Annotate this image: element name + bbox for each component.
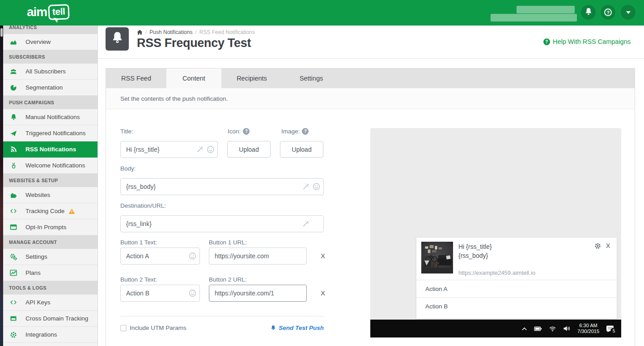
tab-settings[interactable]: Settings bbox=[282, 68, 340, 88]
sidebar-item-settings[interactable]: Settings bbox=[3, 249, 98, 265]
image-label-text: Image: bbox=[281, 128, 300, 135]
notification-preview-card: Hi {rss_title} {rss_body} https://exampl… bbox=[416, 238, 617, 319]
emoji-icon[interactable] bbox=[313, 183, 320, 191]
wand-icon[interactable] bbox=[302, 221, 309, 227]
sidebar-item-segmentation[interactable]: Segmentation bbox=[3, 80, 98, 96]
tab-bar: RSS Feed Content Recipients Settings bbox=[106, 68, 635, 88]
emoji-icon[interactable] bbox=[207, 146, 214, 154]
campaign-editor-card: RSS Feed Content Recipients Settings Set… bbox=[106, 68, 635, 346]
warning-icon bbox=[68, 208, 75, 214]
help-button[interactable]: ? bbox=[601, 5, 615, 20]
notification-settings-gear-icon[interactable] bbox=[594, 243, 601, 249]
button2-url-input[interactable] bbox=[209, 285, 307, 302]
notification-action-2[interactable]: Action B bbox=[416, 297, 617, 315]
icon-label: Icon: ? bbox=[228, 128, 250, 135]
sidebar-scrollbar[interactable] bbox=[0, 28, 3, 37]
sidebar-section-analytics: ANALYTICS bbox=[3, 26, 98, 34]
button2-text-input[interactable] bbox=[120, 285, 200, 302]
account-menu-button[interactable] bbox=[621, 5, 636, 20]
pie-chart-icon bbox=[9, 84, 18, 91]
aimtell-logo[interactable]: aim tell bbox=[27, 4, 70, 20]
send-test-push-link[interactable]: Send Test Push bbox=[271, 325, 324, 331]
icon-help-icon[interactable]: ? bbox=[243, 128, 250, 135]
sidebar-item-opt-in-prompts[interactable]: Opt-In Prompts bbox=[3, 219, 98, 235]
bell-icon bbox=[111, 31, 123, 47]
volume-icon[interactable] bbox=[563, 325, 571, 332]
sidebar-item-tracking-code[interactable]: Tracking Code bbox=[3, 203, 98, 219]
sidebar-section-tools-logs: TOOLS & LOGS bbox=[3, 281, 98, 295]
sidebar-item-all-subscribers[interactable]: All Subscribers bbox=[3, 64, 98, 80]
icon-upload-button[interactable]: Upload bbox=[227, 141, 271, 158]
form-footer-row: Include UTM Params Send Test Push bbox=[120, 325, 324, 331]
breadcrumb-rss-feed-notifications: RSS Feed Notifications bbox=[199, 29, 255, 35]
image-upload-button[interactable]: Upload bbox=[280, 141, 323, 158]
tab-rss-feed[interactable]: RSS Feed bbox=[106, 68, 166, 88]
utm-checkbox[interactable] bbox=[120, 325, 127, 331]
body-input[interactable] bbox=[120, 178, 324, 195]
bell-icon bbox=[9, 114, 18, 121]
sidebar-item-triggered-notifications[interactable]: Triggered Notifications bbox=[3, 125, 98, 141]
sidebar-item-plans[interactable]: Plans bbox=[3, 265, 98, 281]
tab-recipients[interactable]: Recipients bbox=[221, 68, 282, 88]
sidebar-item-integrations[interactable]: Integrations bbox=[3, 327, 98, 343]
sidebar-item-label: Welcome Notifications bbox=[25, 162, 85, 169]
emoji-icon[interactable] bbox=[189, 252, 196, 260]
wand-icon[interactable] bbox=[302, 184, 309, 190]
emoji-icon[interactable] bbox=[189, 290, 196, 297]
sidebar-item-label: API Keys bbox=[25, 299, 51, 306]
bell-icon bbox=[585, 8, 592, 17]
browser-window-icon bbox=[9, 224, 18, 231]
form-divider bbox=[120, 316, 324, 316]
paper-plane-icon bbox=[9, 130, 18, 137]
redacted-account-text-1 bbox=[517, 6, 575, 13]
tray-expand-chevron-icon[interactable] bbox=[521, 326, 527, 331]
notification-close-button[interactable]: X bbox=[606, 242, 610, 249]
sidebar-item-api-keys[interactable]: API Keys bbox=[3, 295, 98, 311]
wand-icon[interactable] bbox=[196, 146, 203, 153]
sidebar-item-welcome-notifications[interactable]: Welcome Notifications bbox=[3, 158, 98, 174]
sidebar-item-overview[interactable]: Overview bbox=[3, 34, 98, 50]
sidebar-item-label: Manual Notifications bbox=[25, 114, 80, 120]
line-chart-icon bbox=[9, 269, 18, 276]
title-field-wrap bbox=[120, 141, 218, 158]
sidebar-item-label: Settings bbox=[25, 253, 47, 260]
page-header: / Push Notifications / RSS Feed Notifica… bbox=[98, 26, 644, 59]
sidebar-item-websites[interactable]: Websites bbox=[3, 187, 98, 203]
tab-content[interactable]: Content bbox=[166, 68, 221, 88]
sidebar-item-rss-notifications[interactable]: RSS Notifications bbox=[3, 141, 98, 158]
taskbar-clock[interactable]: 6:30 AM 7/30/2015 bbox=[577, 323, 599, 334]
campaign-type-badge bbox=[106, 27, 129, 51]
sidebar-item-cross-domain-tracking[interactable]: Cross Domain Tracking bbox=[3, 311, 98, 327]
action-center-icon[interactable]: 5 bbox=[606, 325, 614, 333]
help-icon: ? bbox=[604, 9, 612, 16]
button1-text-input[interactable] bbox=[120, 248, 200, 265]
puzzle-icon bbox=[9, 192, 18, 199]
remove-button1[interactable]: X bbox=[321, 252, 325, 260]
notification-count-badge: 5 bbox=[610, 328, 617, 334]
browser-window-icon bbox=[9, 315, 18, 322]
notification-image bbox=[421, 242, 453, 273]
image-help-icon[interactable]: ? bbox=[302, 128, 309, 135]
button1-url-input[interactable] bbox=[209, 248, 307, 265]
destination-input[interactable] bbox=[120, 215, 324, 232]
remove-button2[interactable]: X bbox=[321, 289, 325, 297]
sidebar-item-label: RSS Notifications bbox=[25, 146, 76, 153]
sidebar-item-label: All Subscribers bbox=[25, 68, 66, 75]
taskbar-time: 6:30 AM bbox=[579, 323, 597, 328]
home-icon[interactable] bbox=[137, 30, 143, 35]
sidebar-item-manual-notifications[interactable]: Manual Notifications bbox=[3, 109, 98, 125]
chevron-down-icon bbox=[626, 11, 631, 14]
destination-label: Destination/URL: bbox=[120, 202, 166, 209]
breadcrumb-push-notifications[interactable]: Push Notifications bbox=[149, 29, 192, 35]
breadcrumb-separator: / bbox=[145, 29, 147, 35]
logo-text-aim: aim bbox=[27, 5, 47, 19]
notifications-bell-button[interactable] bbox=[581, 5, 596, 20]
area-chart-icon bbox=[9, 38, 18, 46]
help-with-rss-campaigns-link[interactable]: ? Help With RSS Campaigns bbox=[543, 38, 631, 45]
button1-url-field-wrap bbox=[209, 248, 307, 265]
wifi-icon[interactable] bbox=[549, 325, 556, 332]
battery-icon[interactable] bbox=[534, 326, 542, 332]
title-input[interactable] bbox=[120, 141, 218, 158]
notification-action-1[interactable]: Action A bbox=[416, 280, 617, 297]
sidebar-item-label: Triggered Notifications bbox=[25, 130, 86, 137]
